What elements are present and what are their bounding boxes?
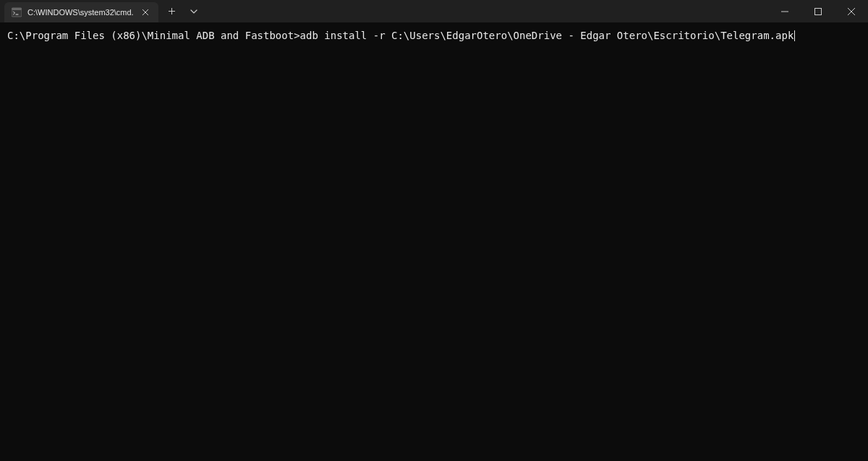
tab-dropdown-button[interactable] — [184, 2, 203, 21]
command-prompt: C:\Program Files (x86)\Minimal ADB and F… — [7, 30, 300, 41]
svg-rect-8 — [815, 8, 822, 14]
command-input: adb install -r C:\Users\EdgarOtero\OneDr… — [300, 30, 794, 41]
titlebar-drag-region[interactable] — [208, 0, 768, 22]
cmd-icon — [12, 7, 22, 17]
minimize-button[interactable] — [768, 0, 801, 22]
tab-bar-actions — [158, 0, 208, 22]
text-cursor — [794, 30, 795, 41]
tab-close-button[interactable] — [140, 7, 151, 18]
close-button[interactable] — [835, 0, 868, 22]
svg-rect-1 — [12, 8, 22, 10]
window-controls — [768, 0, 868, 22]
tab-title: C:\WINDOWS\system32\cmd. — [27, 8, 134, 17]
maximize-button[interactable] — [801, 0, 835, 22]
tab-cmd[interactable]: C:\WINDOWS\system32\cmd. — [4, 2, 158, 22]
terminal-output[interactable]: C:\Program Files (x86)\Minimal ADB and F… — [0, 23, 868, 48]
new-tab-button[interactable] — [163, 2, 182, 21]
window-titlebar: C:\WINDOWS\system32\cmd. — [0, 0, 868, 23]
